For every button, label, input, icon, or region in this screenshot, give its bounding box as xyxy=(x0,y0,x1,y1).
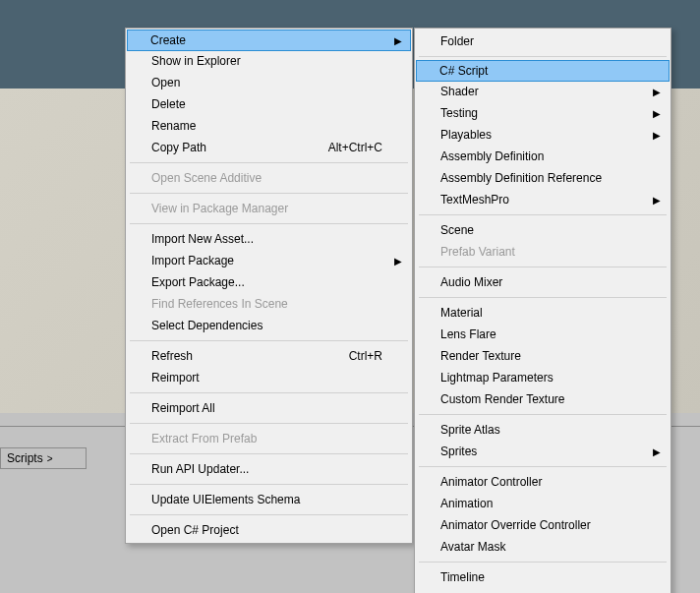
menu-item-label: View in Package Manager xyxy=(151,202,288,215)
menu-item-label: Folder xyxy=(440,34,474,48)
menu-item-material[interactable]: Material xyxy=(417,302,669,324)
menu-item-label: Open xyxy=(151,76,180,89)
menu-item-label: Lightmap Parameters xyxy=(440,371,554,385)
menu-item-scene[interactable]: Scene xyxy=(417,219,669,241)
context-menu-create: FolderC# ScriptShader▶Testing▶Playables▶… xyxy=(414,28,671,593)
menu-item-open-csharp-project[interactable]: Open C# Project xyxy=(128,519,410,541)
menu-item-label: Import New Asset... xyxy=(151,232,254,246)
menu-item-assembly-definition-reference[interactable]: Assembly Definition Reference xyxy=(417,167,669,189)
menu-item-find-references-in-scene: Find References In Scene xyxy=(128,293,410,315)
menu-item-show-in-explorer[interactable]: Show in Explorer xyxy=(128,50,410,72)
menu-item-create[interactable]: Create▶ xyxy=(127,30,411,51)
menu-item-custom-render-texture[interactable]: Custom Render Texture xyxy=(417,388,669,410)
menu-item-delete[interactable]: Delete xyxy=(128,93,410,115)
menu-item-label: Open C# Project xyxy=(151,523,239,537)
menu-separator xyxy=(130,162,408,163)
menu-separator xyxy=(130,392,408,393)
menu-item-shader[interactable]: Shader▶ xyxy=(417,81,669,102)
menu-item-open-scene-additive: Open Scene Additive xyxy=(128,167,410,189)
menu-item-extract-from-prefab: Extract From Prefab xyxy=(128,428,410,449)
menu-item-shortcut: Ctrl+R xyxy=(349,349,382,363)
menu-item-label: Animator Controller xyxy=(440,475,542,489)
menu-item-label: Select Dependencies xyxy=(151,319,262,332)
menu-separator xyxy=(130,423,408,424)
menu-separator xyxy=(419,414,667,415)
menu-item-label: Extract From Prefab xyxy=(151,432,257,445)
menu-item-label: Run API Updater... xyxy=(151,462,249,476)
menu-item-label: Find References In Scene xyxy=(151,297,288,311)
menu-item-testing[interactable]: Testing▶ xyxy=(417,102,669,124)
chevron-right-icon: ▶ xyxy=(653,195,661,206)
menu-item-view-in-package-manager: View in Package Manager xyxy=(128,198,410,219)
menu-item-label: Assembly Definition Reference xyxy=(440,171,602,185)
chevron-right-icon: ▶ xyxy=(653,87,661,97)
menu-item-textmeshpro[interactable]: TextMeshPro▶ xyxy=(417,189,669,210)
menu-separator xyxy=(130,223,408,224)
chevron-right-icon: ▶ xyxy=(394,35,402,46)
menu-item-sprites[interactable]: Sprites▶ xyxy=(417,441,669,462)
menu-item-label: Render Texture xyxy=(440,349,521,363)
menu-item-label: Assembly Definition xyxy=(440,149,544,163)
menu-separator xyxy=(419,56,667,57)
menu-item-rename[interactable]: Rename xyxy=(128,115,410,137)
menu-item-reimport[interactable]: Reimport xyxy=(128,367,410,388)
menu-item-update-uielements-schema[interactable]: Update UIElements Schema xyxy=(128,489,410,510)
menu-item-animation[interactable]: Animation xyxy=(417,493,669,514)
menu-item-label: Custom Render Texture xyxy=(440,392,565,406)
menu-item-label: Sprite Atlas xyxy=(440,423,500,437)
menu-item-label: Timeline xyxy=(440,570,485,584)
menu-item-shortcut: Alt+Ctrl+C xyxy=(328,141,382,154)
menu-item-label: Animator Override Controller xyxy=(440,518,591,532)
menu-item-assembly-definition[interactable]: Assembly Definition xyxy=(417,146,669,167)
menu-item-animator-controller[interactable]: Animator Controller xyxy=(417,471,669,493)
menu-item-signal[interactable]: Signal xyxy=(417,588,669,593)
context-menu-main: Create▶Show in ExplorerOpenDeleteRenameC… xyxy=(125,28,413,544)
chevron-right-icon: ▶ xyxy=(653,130,661,141)
menu-item-label: Update UIElements Schema xyxy=(151,493,300,506)
menu-item-label: Reimport xyxy=(151,371,200,385)
menu-item-sprite-atlas[interactable]: Sprite Atlas xyxy=(417,419,669,441)
menu-item-render-texture[interactable]: Render Texture xyxy=(417,345,669,367)
menu-separator xyxy=(130,340,408,341)
menu-item-import-new-asset[interactable]: Import New Asset... xyxy=(128,228,410,250)
menu-item-label: Sprites xyxy=(440,445,477,458)
menu-item-avatar-mask[interactable]: Avatar Mask xyxy=(417,536,669,558)
menu-item-label: Reimport All xyxy=(151,401,215,415)
menu-item-select-dependencies[interactable]: Select Dependencies xyxy=(128,315,410,336)
menu-item-audio-mixer[interactable]: Audio Mixer xyxy=(417,271,669,293)
menu-separator xyxy=(419,214,667,215)
menu-item-import-package[interactable]: Import Package▶ xyxy=(128,250,410,271)
menu-item-playables[interactable]: Playables▶ xyxy=(417,124,669,146)
menu-item-lightmap-parameters[interactable]: Lightmap Parameters xyxy=(417,367,669,388)
menu-item-export-package[interactable]: Export Package... xyxy=(128,271,410,293)
menu-item-label: Show in Explorer xyxy=(151,54,241,68)
menu-separator xyxy=(419,466,667,467)
chevron-right-icon: > xyxy=(47,453,53,464)
menu-item-animator-override-controller[interactable]: Animator Override Controller xyxy=(417,514,669,536)
menu-item-refresh[interactable]: RefreshCtrl+R xyxy=(128,345,410,367)
menu-item-label: Playables xyxy=(440,128,492,142)
menu-item-lens-flare[interactable]: Lens Flare xyxy=(417,324,669,345)
menu-item-open[interactable]: Open xyxy=(128,72,410,93)
chevron-right-icon: ▶ xyxy=(653,108,661,119)
menu-item-timeline[interactable]: Timeline xyxy=(417,566,669,588)
menu-item-label: Prefab Variant xyxy=(440,245,515,259)
menu-item-label: TextMeshPro xyxy=(440,193,509,207)
menu-item-folder[interactable]: Folder xyxy=(417,30,669,52)
menu-item-label: Animation xyxy=(440,497,493,510)
menu-item-label: C# Script xyxy=(439,64,488,78)
menu-item-label: Copy Path xyxy=(151,141,206,154)
menu-item-label: Shader xyxy=(440,85,479,98)
menu-item-run-api-updater[interactable]: Run API Updater... xyxy=(128,458,410,480)
breadcrumb-label: Scripts xyxy=(7,451,43,465)
menu-separator xyxy=(130,193,408,194)
menu-item-label: Avatar Mask xyxy=(440,540,505,554)
menu-item-label: Scene xyxy=(440,223,474,237)
menu-item-csharp-script[interactable]: C# Script xyxy=(416,60,670,82)
menu-item-copy-path[interactable]: Copy PathAlt+Ctrl+C xyxy=(128,137,410,158)
menu-item-label: Open Scene Additive xyxy=(151,171,262,185)
chevron-right-icon: ▶ xyxy=(653,446,661,457)
menu-item-label: Material xyxy=(440,306,483,320)
breadcrumb[interactable]: Scripts > xyxy=(0,447,87,469)
menu-item-reimport-all[interactable]: Reimport All xyxy=(128,397,410,419)
